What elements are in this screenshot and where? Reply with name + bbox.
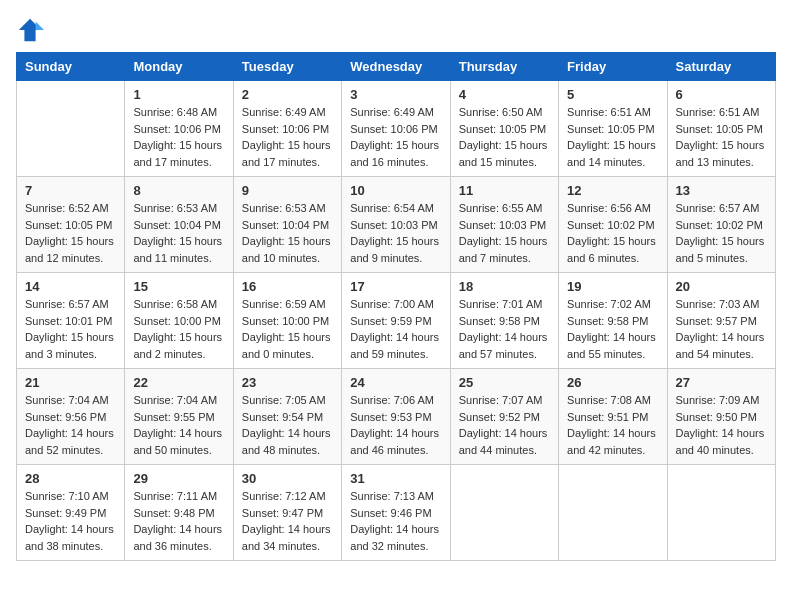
day-info: Sunrise: 7:11 AMSunset: 9:48 PMDaylight:… — [133, 488, 224, 554]
calendar-cell — [559, 465, 667, 561]
day-number: 9 — [242, 183, 333, 198]
page-header — [16, 16, 776, 44]
day-number: 31 — [350, 471, 441, 486]
day-number: 4 — [459, 87, 550, 102]
calendar-cell: 23Sunrise: 7:05 AMSunset: 9:54 PMDayligh… — [233, 369, 341, 465]
calendar-cell: 10Sunrise: 6:54 AMSunset: 10:03 PMDaylig… — [342, 177, 450, 273]
day-info: Sunrise: 6:59 AMSunset: 10:00 PMDaylight… — [242, 296, 333, 362]
day-number: 10 — [350, 183, 441, 198]
calendar-cell: 15Sunrise: 6:58 AMSunset: 10:00 PMDaylig… — [125, 273, 233, 369]
day-number: 20 — [676, 279, 767, 294]
day-number: 16 — [242, 279, 333, 294]
day-info: Sunrise: 7:09 AMSunset: 9:50 PMDaylight:… — [676, 392, 767, 458]
day-number: 26 — [567, 375, 658, 390]
day-info: Sunrise: 6:51 AMSunset: 10:05 PMDaylight… — [676, 104, 767, 170]
header-friday: Friday — [559, 53, 667, 81]
day-info: Sunrise: 6:52 AMSunset: 10:05 PMDaylight… — [25, 200, 116, 266]
day-info: Sunrise: 6:57 AMSunset: 10:01 PMDaylight… — [25, 296, 116, 362]
calendar-cell: 22Sunrise: 7:04 AMSunset: 9:55 PMDayligh… — [125, 369, 233, 465]
calendar-cell: 1Sunrise: 6:48 AMSunset: 10:06 PMDayligh… — [125, 81, 233, 177]
day-info: Sunrise: 7:01 AMSunset: 9:58 PMDaylight:… — [459, 296, 550, 362]
day-info: Sunrise: 7:04 AMSunset: 9:56 PMDaylight:… — [25, 392, 116, 458]
day-number: 7 — [25, 183, 116, 198]
day-info: Sunrise: 7:13 AMSunset: 9:46 PMDaylight:… — [350, 488, 441, 554]
day-number: 21 — [25, 375, 116, 390]
calendar-cell — [667, 465, 775, 561]
day-info: Sunrise: 6:49 AMSunset: 10:06 PMDaylight… — [242, 104, 333, 170]
calendar-cell: 3Sunrise: 6:49 AMSunset: 10:06 PMDayligh… — [342, 81, 450, 177]
day-info: Sunrise: 6:53 AMSunset: 10:04 PMDaylight… — [242, 200, 333, 266]
calendar-cell: 21Sunrise: 7:04 AMSunset: 9:56 PMDayligh… — [17, 369, 125, 465]
calendar-cell: 19Sunrise: 7:02 AMSunset: 9:58 PMDayligh… — [559, 273, 667, 369]
calendar-cell: 20Sunrise: 7:03 AMSunset: 9:57 PMDayligh… — [667, 273, 775, 369]
day-info: Sunrise: 7:12 AMSunset: 9:47 PMDaylight:… — [242, 488, 333, 554]
day-number: 23 — [242, 375, 333, 390]
day-number: 14 — [25, 279, 116, 294]
header-thursday: Thursday — [450, 53, 558, 81]
header-tuesday: Tuesday — [233, 53, 341, 81]
calendar-cell: 25Sunrise: 7:07 AMSunset: 9:52 PMDayligh… — [450, 369, 558, 465]
day-number: 11 — [459, 183, 550, 198]
calendar-cell: 4Sunrise: 6:50 AMSunset: 10:05 PMDayligh… — [450, 81, 558, 177]
day-info: Sunrise: 7:06 AMSunset: 9:53 PMDaylight:… — [350, 392, 441, 458]
day-number: 30 — [242, 471, 333, 486]
calendar-cell: 30Sunrise: 7:12 AMSunset: 9:47 PMDayligh… — [233, 465, 341, 561]
calendar-cell: 29Sunrise: 7:11 AMSunset: 9:48 PMDayligh… — [125, 465, 233, 561]
day-number: 15 — [133, 279, 224, 294]
calendar-cell: 26Sunrise: 7:08 AMSunset: 9:51 PMDayligh… — [559, 369, 667, 465]
calendar-cell: 7Sunrise: 6:52 AMSunset: 10:05 PMDayligh… — [17, 177, 125, 273]
day-number: 19 — [567, 279, 658, 294]
day-info: Sunrise: 6:49 AMSunset: 10:06 PMDaylight… — [350, 104, 441, 170]
day-info: Sunrise: 6:55 AMSunset: 10:03 PMDaylight… — [459, 200, 550, 266]
day-number: 18 — [459, 279, 550, 294]
day-number: 8 — [133, 183, 224, 198]
day-number: 3 — [350, 87, 441, 102]
header-saturday: Saturday — [667, 53, 775, 81]
calendar-cell: 6Sunrise: 6:51 AMSunset: 10:05 PMDayligh… — [667, 81, 775, 177]
header-wednesday: Wednesday — [342, 53, 450, 81]
svg-marker-1 — [36, 22, 44, 30]
day-number: 27 — [676, 375, 767, 390]
day-info: Sunrise: 7:07 AMSunset: 9:52 PMDaylight:… — [459, 392, 550, 458]
calendar-cell: 2Sunrise: 6:49 AMSunset: 10:06 PMDayligh… — [233, 81, 341, 177]
calendar-header-row: SundayMondayTuesdayWednesdayThursdayFrid… — [17, 53, 776, 81]
day-number: 28 — [25, 471, 116, 486]
logo — [16, 16, 48, 44]
day-info: Sunrise: 6:56 AMSunset: 10:02 PMDaylight… — [567, 200, 658, 266]
calendar-week-2: 7Sunrise: 6:52 AMSunset: 10:05 PMDayligh… — [17, 177, 776, 273]
calendar-week-5: 28Sunrise: 7:10 AMSunset: 9:49 PMDayligh… — [17, 465, 776, 561]
day-info: Sunrise: 7:04 AMSunset: 9:55 PMDaylight:… — [133, 392, 224, 458]
day-number: 5 — [567, 87, 658, 102]
day-info: Sunrise: 7:10 AMSunset: 9:49 PMDaylight:… — [25, 488, 116, 554]
calendar-cell: 27Sunrise: 7:09 AMSunset: 9:50 PMDayligh… — [667, 369, 775, 465]
day-info: Sunrise: 7:08 AMSunset: 9:51 PMDaylight:… — [567, 392, 658, 458]
day-number: 2 — [242, 87, 333, 102]
calendar-cell: 17Sunrise: 7:00 AMSunset: 9:59 PMDayligh… — [342, 273, 450, 369]
day-info: Sunrise: 6:54 AMSunset: 10:03 PMDaylight… — [350, 200, 441, 266]
day-number: 29 — [133, 471, 224, 486]
calendar-cell: 9Sunrise: 6:53 AMSunset: 10:04 PMDayligh… — [233, 177, 341, 273]
calendar-cell: 5Sunrise: 6:51 AMSunset: 10:05 PMDayligh… — [559, 81, 667, 177]
day-info: Sunrise: 6:58 AMSunset: 10:00 PMDaylight… — [133, 296, 224, 362]
day-number: 6 — [676, 87, 767, 102]
day-number: 1 — [133, 87, 224, 102]
calendar-cell: 14Sunrise: 6:57 AMSunset: 10:01 PMDaylig… — [17, 273, 125, 369]
day-info: Sunrise: 6:57 AMSunset: 10:02 PMDaylight… — [676, 200, 767, 266]
day-info: Sunrise: 6:50 AMSunset: 10:05 PMDaylight… — [459, 104, 550, 170]
calendar-cell: 13Sunrise: 6:57 AMSunset: 10:02 PMDaylig… — [667, 177, 775, 273]
calendar-cell: 16Sunrise: 6:59 AMSunset: 10:00 PMDaylig… — [233, 273, 341, 369]
day-info: Sunrise: 6:53 AMSunset: 10:04 PMDaylight… — [133, 200, 224, 266]
calendar-cell: 24Sunrise: 7:06 AMSunset: 9:53 PMDayligh… — [342, 369, 450, 465]
calendar-cell: 31Sunrise: 7:13 AMSunset: 9:46 PMDayligh… — [342, 465, 450, 561]
day-number: 25 — [459, 375, 550, 390]
day-info: Sunrise: 7:03 AMSunset: 9:57 PMDaylight:… — [676, 296, 767, 362]
day-number: 13 — [676, 183, 767, 198]
calendar-cell — [450, 465, 558, 561]
calendar-table: SundayMondayTuesdayWednesdayThursdayFrid… — [16, 52, 776, 561]
day-info: Sunrise: 6:48 AMSunset: 10:06 PMDaylight… — [133, 104, 224, 170]
day-info: Sunrise: 7:05 AMSunset: 9:54 PMDaylight:… — [242, 392, 333, 458]
calendar-cell: 12Sunrise: 6:56 AMSunset: 10:02 PMDaylig… — [559, 177, 667, 273]
day-number: 17 — [350, 279, 441, 294]
day-number: 22 — [133, 375, 224, 390]
header-monday: Monday — [125, 53, 233, 81]
